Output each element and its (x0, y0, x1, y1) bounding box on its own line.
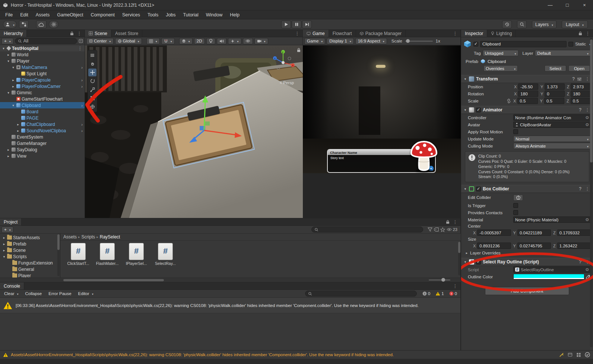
snap-settings-button[interactable] (161, 38, 175, 44)
foldout-icon[interactable]: ▾ (463, 187, 467, 191)
cloud-button[interactable] (36, 20, 47, 28)
view-tool-button[interactable] (88, 60, 96, 68)
hierarchy-item[interactable]: ▸ World (0, 51, 85, 58)
transform-tool-button[interactable] (88, 103, 96, 111)
favorites-star-icon[interactable] (440, 227, 445, 232)
prefab-open-arrow[interactable]: › (80, 65, 84, 70)
edit-collider-button[interactable] (513, 194, 523, 201)
expander-icon[interactable]: ▸ (16, 123, 20, 126)
persp-label[interactable]: < Persp (280, 80, 294, 85)
error-count-toggle[interactable]: ! 0 (447, 291, 459, 296)
object-picker-icon[interactable]: ⊙ (586, 217, 589, 222)
game-viewport[interactable]: Character Name Story text ▾ (303, 45, 461, 173)
scene-lighting-toggle[interactable] (206, 38, 215, 44)
presets-icon[interactable] (577, 77, 581, 81)
2d-toggle[interactable]: 2D (194, 38, 205, 44)
packages-visibility-toggle[interactable]: 23 (447, 227, 457, 232)
hierarchy-item[interactable]: PAGE (0, 115, 85, 121)
scene-audio-toggle[interactable] (217, 38, 226, 44)
position-x-field[interactable]: -26.50 (518, 83, 538, 90)
layers-dropdown[interactable]: Layers (532, 20, 556, 28)
tool-handle-rotation-dropdown[interactable]: Global (115, 38, 142, 44)
box-collider-header[interactable]: ▾ Box Collider ?⋮ (461, 185, 593, 193)
scale-z-field[interactable]: 0.5 (571, 98, 591, 104)
position-y-field[interactable]: 1.373 (545, 83, 565, 90)
provides-contacts-checkbox[interactable] (513, 210, 518, 215)
tab-game[interactable]: Game (303, 30, 329, 37)
object-picker-icon[interactable]: ⊙ (586, 115, 589, 120)
position-z-field[interactable]: 2.973 (571, 83, 591, 90)
warning-count-toggle[interactable]: 1 (434, 291, 445, 296)
project-folder-item[interactable]: Player (0, 272, 60, 278)
open-button[interactable]: Open (568, 65, 590, 72)
expander-icon[interactable]: ▸ (11, 85, 15, 88)
script-object-field[interactable]: SelectRayOutline ⊙ (513, 266, 591, 273)
create-button[interactable]: + (1, 38, 13, 44)
hierarchy-item[interactable]: GameManager (0, 140, 85, 146)
expander-icon[interactable]: ▸ (16, 129, 20, 133)
progress-check-icon[interactable] (585, 352, 590, 357)
info-count-toggle[interactable]: ! 0 (421, 291, 432, 296)
size-y-field[interactable]: 0.02745795 (517, 243, 551, 249)
prefab-open-arrow[interactable]: › (80, 84, 84, 89)
expander-icon[interactable]: ▾ (6, 59, 10, 63)
project-folder-item[interactable]: ▸ Scene (0, 247, 60, 253)
auto-lighting-icon[interactable] (559, 352, 564, 357)
error-pause-toggle[interactable]: Error Pause (46, 291, 74, 297)
foldout-icon[interactable]: ▾ (463, 260, 467, 264)
panel-menu-icon[interactable]: ⋮ (452, 31, 459, 36)
animator-header[interactable]: ▾ Animator ?⋮ (461, 106, 593, 114)
panel-menu-icon[interactable]: ⋮ (452, 284, 459, 289)
outline-color-swatch[interactable] (513, 274, 584, 279)
breadcrumb-item[interactable]: RaySelect (100, 234, 120, 240)
hierarchy-item[interactable]: ▸ ChatClipboard › (0, 121, 85, 127)
foldout-icon[interactable]: ▾ (463, 108, 467, 112)
breadcrumb-item[interactable]: Scripts (82, 234, 95, 240)
layer-dropdown[interactable]: Default (535, 50, 591, 56)
aspect-dropdown[interactable]: 16:9 Aspect (355, 38, 387, 44)
overlay-handle-icon[interactable] (88, 51, 96, 59)
hierarchy-item[interactable]: ▾ MainCamera › (0, 64, 85, 70)
inspector-scrollbar[interactable] (590, 38, 593, 347)
tab-asset-store[interactable]: Asset Store (111, 30, 142, 37)
scene-viewport[interactable]: y x z < Persp (85, 45, 303, 218)
hierarchy-item[interactable]: Board (0, 108, 85, 115)
undo-history-button[interactable] (502, 20, 512, 28)
lock-icon[interactable] (446, 220, 450, 224)
prefab-name[interactable]: Clipboard (488, 59, 506, 64)
transform-header[interactable]: ▾ Transform ?⋮ (461, 75, 593, 83)
project-file-item[interactable]: FlashMater... (94, 243, 121, 266)
tab-scene[interactable]: Scene (85, 30, 111, 37)
hierarchy-item[interactable]: EventSystem (0, 134, 85, 140)
static-checkbox[interactable] (568, 42, 573, 47)
rotation-x-field[interactable]: 180 (518, 91, 538, 97)
expander-icon[interactable]: ▸ (2, 249, 6, 252)
select-button[interactable]: Select (545, 65, 566, 72)
layout-dropdown[interactable]: Layout (562, 20, 588, 28)
prefab-open-arrow[interactable]: › (80, 78, 84, 82)
tab-package-manager[interactable]: Package Manager (356, 30, 406, 37)
panel-menu-icon[interactable]: ⋮ (76, 31, 83, 36)
breadcrumb-item[interactable]: Assets (63, 234, 77, 240)
menu-gameobject[interactable]: GameObject (53, 10, 87, 19)
rotate-tool-button[interactable] (88, 77, 96, 85)
grid-visibility-button[interactable] (146, 38, 160, 44)
hierarchy-item[interactable]: GameStartFlowchart (0, 96, 85, 102)
help-icon[interactable]: ? (579, 107, 581, 113)
create-asset-button[interactable]: + (1, 227, 13, 233)
version-control-button[interactable] (19, 20, 29, 28)
search-by-label-icon[interactable] (434, 227, 439, 232)
center-y-field[interactable]: 0.04221189 (517, 230, 551, 236)
menu-edit[interactable]: Edit (16, 10, 32, 19)
folder-tree-scrollbar[interactable] (57, 234, 60, 276)
collider-enabled-checkbox[interactable] (476, 187, 481, 192)
active-checkbox[interactable] (473, 42, 478, 47)
project-folder-item[interactable]: General (0, 266, 60, 272)
hierarchy-item[interactable]: ▾ Player (0, 58, 85, 64)
expander-icon[interactable]: ▾ (11, 104, 15, 107)
rotation-y-field[interactable]: 0 (545, 91, 565, 97)
expander-icon[interactable]: ▸ (6, 53, 10, 57)
file-grid-scrollbar[interactable] (458, 242, 460, 275)
help-icon[interactable]: ? (579, 186, 581, 192)
scale-tool-button[interactable] (88, 86, 96, 94)
